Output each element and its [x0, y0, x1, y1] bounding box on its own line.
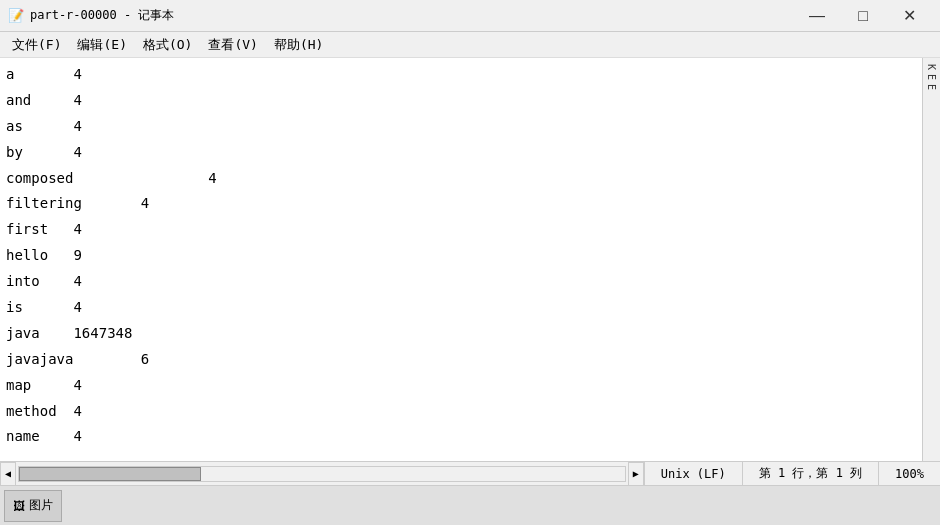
taskbar: 🖼 图片 — [0, 485, 940, 525]
status-bar: ◀ ▶ Unix (LF) 第 1 行，第 1 列 100% — [0, 461, 940, 485]
taskbar-item-images[interactable]: 🖼 图片 — [4, 490, 62, 522]
scroll-right-btn[interactable]: ▶ — [628, 462, 644, 486]
scroll-left-btn[interactable]: ◀ — [0, 462, 16, 486]
text-area: a 4 and 4 as 4 by 4 composed 4 filtering… — [0, 58, 922, 461]
right-panel-char-1: K — [926, 64, 937, 70]
encoding-status: Unix (LF) — [644, 462, 742, 485]
menu-item-format[interactable]: 格式(O) — [135, 34, 200, 56]
menu-item-edit[interactable]: 编辑(E) — [69, 34, 134, 56]
taskbar-icon-images: 🖼 — [13, 499, 25, 513]
menu-item-help[interactable]: 帮助(H) — [266, 34, 331, 56]
position-status: 第 1 行，第 1 列 — [742, 462, 878, 485]
taskbar-label-images: 图片 — [29, 497, 53, 514]
right-panel-char-2: E — [926, 74, 937, 80]
menu-item-view[interactable]: 查看(V) — [200, 34, 265, 56]
maximize-button[interactable]: □ — [840, 0, 886, 32]
zoom-status: 100% — [878, 462, 940, 485]
app-icon: 📝 — [8, 8, 24, 24]
right-panel: K E E — [922, 58, 940, 461]
minimize-button[interactable]: — — [794, 0, 840, 32]
right-panel-char-3: E — [926, 84, 937, 90]
menu-item-file[interactable]: 文件(F) — [4, 34, 69, 56]
menu-bar: 文件(F) 编辑(E) 格式(O) 查看(V) 帮助(H) — [0, 32, 940, 58]
horizontal-scrollbar[interactable] — [18, 466, 626, 482]
close-button[interactable]: ✕ — [886, 0, 932, 32]
window-title: part-r-00000 - 记事本 — [30, 7, 174, 24]
title-bar: 📝 part-r-00000 - 记事本 — □ ✕ — [0, 0, 940, 32]
text-content[interactable]: a 4 and 4 as 4 by 4 composed 4 filtering… — [0, 58, 922, 461]
